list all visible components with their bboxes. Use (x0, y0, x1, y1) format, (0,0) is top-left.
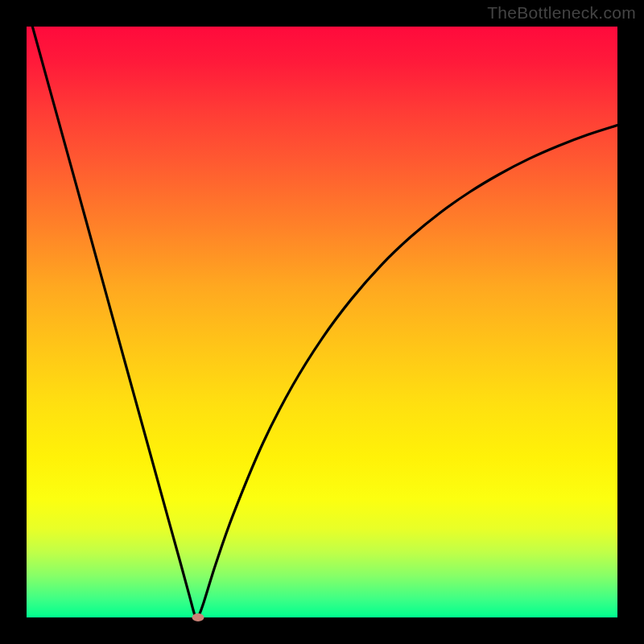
bottleneck-curve (27, 27, 617, 617)
chart-frame: TheBottleneck.com (0, 0, 644, 644)
watermark-text: TheBottleneck.com (487, 3, 636, 23)
plot-area (27, 27, 617, 617)
minimum-point-marker (192, 613, 204, 621)
